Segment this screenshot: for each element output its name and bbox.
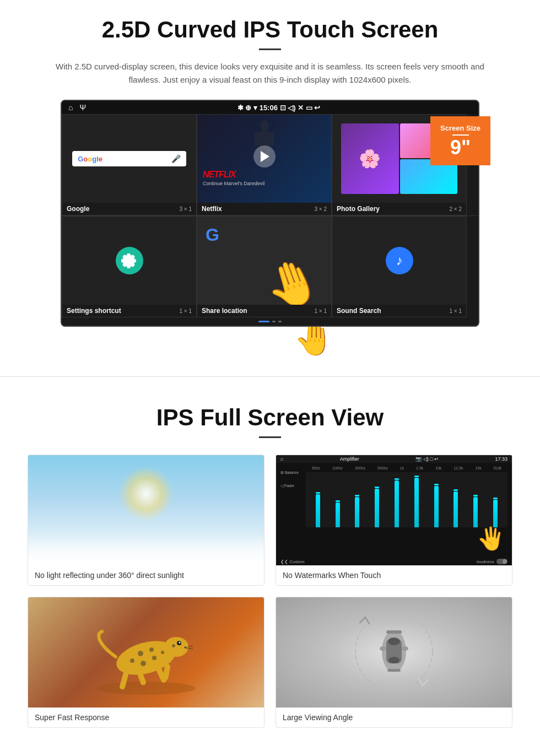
car-with-arrows (350, 607, 438, 698)
eq-icons: 📷 ◁) □ ↩ (415, 456, 439, 462)
feature-card-no-reflection: No light reflecting under 360° direct su… (28, 455, 264, 586)
sound-search-app-name: Sound Search (337, 307, 381, 315)
eq-bar-10 (493, 500, 498, 527)
eq-bar-2 (336, 503, 340, 527)
svg-rect-35 (387, 669, 401, 672)
play-button[interactable] (253, 145, 276, 168)
svg-point-31 (388, 657, 399, 663)
page-dot-active (258, 321, 269, 322)
app-cell-netflix[interactable]: NETFLIX Continue Marvel's Daredevil Netf… (197, 114, 332, 215)
sun-glow (118, 466, 174, 521)
section2: IPS Full Screen View No light reflecting… (0, 393, 540, 744)
app-cell-sound-search[interactable]: ♪ Sound Search 1 × 1 (332, 216, 467, 317)
back-icon: ↩ (314, 104, 320, 112)
feature-card-viewing-angle: Large Viewing Angle (276, 597, 512, 728)
page-dot-2 (278, 321, 282, 322)
google-label-row: Google 3 × 1 (62, 203, 196, 215)
feature-card-fast-response: Super Fast Response (28, 597, 264, 728)
settings-app-name: Settings shortcut (67, 307, 121, 315)
eq-home-icon: ⌂ (280, 456, 283, 462)
svg-point-30 (388, 638, 400, 645)
hand-decorative: 🤚 (0, 327, 540, 360)
google-search-widget[interactable]: Google 🎤 (72, 151, 186, 166)
eq-bar-3 (355, 497, 359, 527)
eq-labels: ⊞ Balance ◁ Fader (280, 466, 303, 554)
eq-freq-labels: 60hz100hz200hz500hz1k2.5k10k12.5k15kSUB (306, 466, 507, 470)
badge-label: Screen Size (440, 124, 480, 132)
photo-gallery-label-row: Photo Gallery 2 × 2 (332, 203, 466, 215)
bluetooth-icon: ✱ (237, 104, 244, 112)
netflix-logo: NETFLIX (203, 170, 264, 180)
page-separator (0, 376, 540, 377)
eq-bar-7 (434, 486, 439, 527)
wifi-icon: ▾ (253, 104, 257, 112)
section1-description: With 2.5D curved-display screen, this de… (55, 60, 485, 87)
screen-size-badge: Screen Size 9" (430, 116, 490, 165)
cheetah-svg (91, 608, 201, 696)
eq-bar-8 (453, 492, 458, 527)
svg-point-9 (138, 651, 143, 656)
settings-label-row: Settings shortcut 1 × 1 (62, 305, 196, 317)
svg-point-11 (130, 658, 134, 663)
eq-bar-9 (473, 497, 478, 527)
sky-image (28, 455, 264, 565)
svg-point-13 (152, 656, 156, 660)
status-time: 15:06 (260, 104, 278, 112)
share-location-label-row: Share location 1 × 1 (197, 305, 331, 317)
svg-point-33 (402, 646, 408, 651)
status-bar-center: ✱ ⊕ ▾ 15:06 ⊡ ◁) ✕ ▭ ↩ (237, 104, 321, 112)
eq-bars-area: 60hz100hz200hz500hz1k2.5k10k12.5k15kSUB (306, 466, 507, 554)
window-icon: ▭ (306, 104, 312, 112)
google-app-name: Google (67, 205, 89, 213)
section1: 2.5D Curved IPS Touch Screen With 2.5D c… (0, 0, 540, 338)
google-logo: Google (78, 155, 102, 163)
app-cell-settings[interactable]: Settings shortcut 1 × 1 (62, 216, 197, 317)
page-indicators (62, 317, 478, 326)
app-cell-google[interactable]: Google 🎤 Google 3 × 1 (62, 114, 197, 215)
settings-app-size: 1 × 1 (179, 308, 192, 314)
netflix-label-row: Netflix 3 × 2 (197, 203, 331, 215)
netflix-app-size: 3 × 2 (314, 206, 327, 212)
usb-icon: Ψ (79, 103, 86, 112)
android-screen-wrapper: ⌂ Ψ ✱ ⊕ ▾ 15:06 ⊡ ◁) ✕ ▭ ↩ (61, 100, 479, 327)
eq-bars-container (306, 472, 507, 527)
eq-bar-4 (375, 489, 379, 527)
eq-toggle-knob (503, 559, 507, 564)
google-app-size: 3 × 1 (179, 206, 192, 212)
app-cell-share-location[interactable]: G 🤚 Share location 1 × 1 (197, 216, 332, 317)
mic-icon: 🎤 (171, 154, 181, 163)
svg-point-22 (179, 642, 181, 644)
feature-label-viewing-angle: Large Viewing Angle (276, 708, 512, 727)
eq-hand-icon: 🖐 (477, 526, 505, 552)
feature-label-no-watermarks: No Watermarks When Touch (276, 565, 512, 585)
hand-pointing-icon: 🤚 (258, 251, 327, 305)
feature-label-no-reflection: No light reflecting under 360° direct su… (28, 565, 264, 585)
android-screen: ⌂ Ψ ✱ ⊕ ▾ 15:06 ⊡ ◁) ✕ ▭ ↩ (61, 100, 479, 327)
section2-title: IPS Full Screen View (28, 404, 512, 431)
section2-divider (259, 436, 281, 438)
status-bar: ⌂ Ψ ✱ ⊕ ▾ 15:06 ⊡ ◁) ✕ ▭ ↩ (62, 101, 478, 114)
eq-custom-label: ❮❮ Custom (280, 559, 305, 564)
svg-point-0 (260, 120, 269, 131)
badge-divider (452, 134, 469, 136)
google-g-letter: G (206, 225, 219, 245)
eq-bar-1 (316, 494, 320, 527)
netflix-subtitle: Continue Marvel's Daredevil (203, 181, 264, 186)
close-icon: ✕ (298, 104, 304, 112)
eq-bar-6 (414, 478, 419, 527)
svg-point-15 (172, 644, 175, 647)
car-circle-arrows-svg (350, 607, 438, 695)
sound-search-icon: ♪ (386, 247, 413, 274)
section1-divider (259, 48, 281, 50)
sound-search-app-size: 1 × 1 (449, 308, 462, 314)
svg-point-12 (141, 661, 146, 666)
eq-status-bar: ⌂ Amplifier 📷 ◁) □ ↩ 17:33 (276, 455, 512, 463)
share-location-app-name: Share location (202, 307, 247, 315)
play-triangle (261, 151, 269, 162)
volume-icon: ◁) (288, 104, 295, 112)
eq-toggle[interactable] (496, 559, 507, 564)
location-icon: ⊕ (245, 104, 251, 112)
eq-time: 17:33 (495, 456, 507, 462)
page-dot-1 (272, 321, 276, 322)
photo-thumb-1: 🌸 (341, 123, 399, 194)
